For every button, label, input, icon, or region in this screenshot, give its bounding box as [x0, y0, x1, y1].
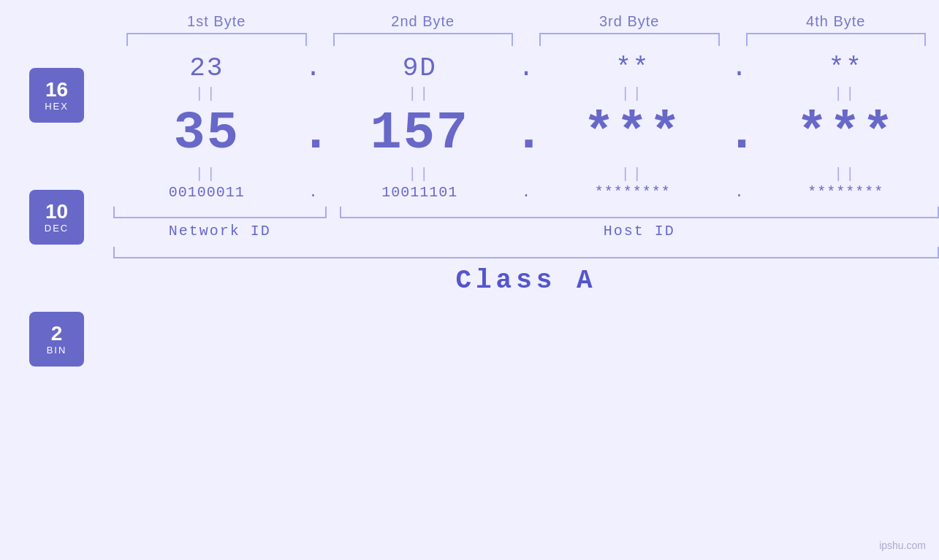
byte4-header: 4th Byte: [733, 13, 940, 30]
hex-badge-label: HEX: [45, 101, 69, 112]
bin-b3: ********: [539, 184, 726, 201]
host-id-label: Host ID: [340, 223, 940, 239]
hex-b2: 9D: [327, 53, 514, 83]
divider-row-1: || || || ||: [113, 83, 939, 104]
div2-b3: ||: [539, 166, 726, 183]
hex-row: 23 . 9D . ** . **: [113, 53, 939, 83]
hex-dot1: .: [300, 53, 327, 83]
div2-b2: ||: [327, 166, 514, 183]
hex-b3: **: [539, 53, 726, 83]
byte2-header: 2nd Byte: [320, 13, 527, 30]
hex-badge-num: 16: [45, 79, 68, 101]
dec-badge-label: DEC: [45, 223, 69, 234]
div2-b4: ||: [753, 166, 940, 183]
bin-dot2: .: [513, 184, 539, 201]
bin-dot3: .: [726, 184, 753, 201]
badges-column: 16 HEX 10 DEC 2 BIN: [0, 53, 113, 560]
dec-dot3: .: [726, 104, 753, 164]
dec-b1: 35: [113, 107, 300, 160]
dec-dot1: .: [300, 104, 327, 164]
byte1-header: 1st Byte: [113, 13, 320, 30]
byte3-header: 3rd Byte: [526, 13, 733, 30]
bracket-4: [746, 33, 927, 46]
divider-row-2: || || || ||: [113, 164, 939, 184]
host-bracket: [340, 207, 940, 218]
hex-b4: **: [753, 53, 940, 83]
bracket-2: [333, 33, 514, 46]
top-brackets: [0, 33, 939, 46]
bin-b2: 10011101: [327, 184, 514, 201]
class-label: Class A: [113, 266, 939, 296]
bin-badge-num: 2: [51, 323, 63, 345]
div2-b1: ||: [113, 166, 300, 183]
network-id-label: Network ID: [113, 223, 327, 239]
bracket-1: [126, 33, 307, 46]
hex-dot2: .: [513, 53, 539, 83]
byte-headers: 1st Byte 2nd Byte 3rd Byte 4th Byte: [0, 13, 939, 30]
dec-row: 35 . 157 . *** . ***: [113, 104, 939, 164]
div1-b4: ||: [753, 85, 940, 102]
bin-b4: ********: [753, 184, 940, 201]
bin-row: 00100011 . 10011101 . ******** . *******…: [113, 184, 939, 201]
bracket-3: [539, 33, 720, 46]
div1-b2: ||: [327, 85, 514, 102]
bin-dot1: .: [300, 184, 327, 201]
main-container: 1st Byte 2nd Byte 3rd Byte 4th Byte 16 H…: [0, 0, 939, 560]
hex-b1: 23: [113, 53, 300, 83]
dec-dot2: .: [513, 104, 539, 164]
bin-badge: 2 BIN: [29, 312, 84, 367]
values-area: 23 . 9D . ** . ** || || || || 35: [113, 53, 939, 560]
net-bracket: [113, 207, 327, 218]
dec-badge: 10 DEC: [29, 190, 84, 245]
dec-b4: ***: [753, 107, 940, 160]
outer-bracket: [113, 247, 939, 258]
div1-b1: ||: [113, 85, 300, 102]
div1-b3: ||: [539, 85, 726, 102]
dec-badge-num: 10: [45, 201, 68, 223]
watermark: ipshu.com: [879, 540, 926, 551]
bin-badge-label: BIN: [47, 345, 67, 356]
hex-dot3: .: [726, 53, 753, 83]
dec-b3: ***: [539, 107, 726, 160]
dec-b2: 157: [327, 107, 514, 160]
bin-b1: 00100011: [113, 184, 300, 201]
hex-badge: 16 HEX: [29, 68, 84, 123]
